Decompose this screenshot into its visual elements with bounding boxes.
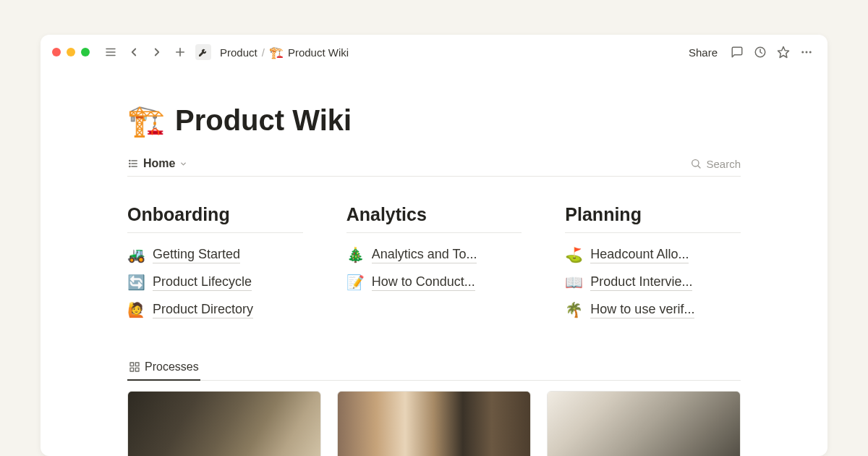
breadcrumb-parent[interactable]: Product	[220, 46, 258, 59]
page-link[interactable]: 🎄 Analytics and To...	[346, 246, 522, 263]
breadcrumb-current-emoji: 🏗️	[269, 46, 284, 59]
page-link[interactable]: 📝 How to Conduct...	[346, 274, 522, 291]
page-link-emoji: 📝	[346, 274, 365, 291]
page-link-label: Product Intervie...	[590, 274, 692, 291]
page-link-emoji: 🚜	[127, 246, 145, 263]
column-header: Analytics	[346, 204, 522, 233]
share-button[interactable]: Share	[683, 43, 723, 62]
page-link-label: Product Directory	[153, 302, 253, 318]
star-icon	[777, 46, 790, 59]
column-onboarding: Onboarding 🚜 Getting Started 🔄 Product L…	[127, 204, 303, 329]
svg-rect-20	[130, 368, 134, 371]
gallery	[127, 391, 741, 456]
window-close-button[interactable]	[52, 48, 61, 56]
column-analytics: Analytics 🎄 Analytics and To... 📝 How to…	[346, 204, 522, 329]
gallery-card[interactable]	[127, 391, 321, 456]
svg-point-14	[129, 163, 130, 164]
svg-point-8	[806, 51, 808, 54]
page-link[interactable]: ⛳ Headcount Allo...	[565, 246, 741, 263]
page-emoji[interactable]: 🏗️	[127, 106, 165, 136]
tab-label: Processes	[145, 360, 199, 373]
page-link-emoji: 📖	[565, 274, 583, 291]
wrench-icon	[197, 46, 209, 58]
page-link-label: How to use verif...	[590, 302, 694, 318]
page-link-label: Headcount Allo...	[590, 247, 689, 263]
app-window: Product / 🏗️ Product Wiki Share 🏗️ Produ…	[41, 35, 827, 456]
gallery-card[interactable]	[337, 391, 531, 456]
svg-rect-18	[130, 363, 134, 366]
gallery-tabs: Processes	[127, 355, 741, 381]
favorite-button[interactable]	[774, 43, 793, 62]
dots-horizontal-icon	[800, 46, 813, 59]
page-link[interactable]: 🌴 How to use verif...	[565, 301, 741, 318]
page-link-label: Analytics and To...	[372, 247, 477, 263]
svg-point-9	[809, 51, 812, 54]
page-link[interactable]: 🙋 Product Directory	[127, 301, 303, 318]
gallery-card-image	[128, 392, 320, 456]
chevron-right-icon	[150, 46, 163, 59]
traffic-lights	[52, 48, 90, 56]
svg-point-13	[129, 160, 130, 161]
nav-back-button[interactable]	[124, 43, 143, 62]
page-title-row: 🏗️ Product Wiki	[127, 104, 741, 137]
plus-icon	[174, 46, 187, 59]
gallery-card[interactable]	[547, 391, 741, 456]
comments-button[interactable]	[728, 43, 746, 62]
gallery-card-image	[338, 392, 530, 456]
more-button[interactable]	[797, 43, 816, 62]
search-icon	[690, 158, 702, 169]
topbar: Product / 🏗️ Product Wiki Share	[41, 35, 827, 69]
search-button[interactable]: Search	[690, 158, 741, 170]
page-link-emoji: ⛳	[565, 246, 583, 263]
svg-rect-21	[135, 368, 139, 371]
page-link-label: Product Lifecycle	[153, 274, 252, 291]
window-zoom-button[interactable]	[81, 48, 90, 56]
new-page-button[interactable]	[171, 43, 190, 62]
view-switch-label: Home	[143, 157, 175, 170]
page-link-emoji: 🌴	[565, 301, 583, 318]
page-link-label: Getting Started	[153, 247, 240, 263]
comment-icon	[731, 46, 744, 59]
view-switch[interactable]: Home	[127, 157, 187, 170]
sidebar-toggle-button[interactable]	[101, 43, 120, 62]
updates-button[interactable]	[751, 43, 770, 62]
window-minimize-button[interactable]	[67, 48, 75, 56]
hamburger-icon	[104, 46, 117, 59]
breadcrumb-parent-icon[interactable]	[195, 44, 211, 60]
view-switch-row: Home Search	[127, 157, 741, 177]
gallery-icon	[129, 361, 140, 373]
page-link-emoji: 🙋	[127, 301, 145, 318]
page-link-emoji: 🎄	[346, 246, 365, 263]
page-link[interactable]: 📖 Product Intervie...	[565, 274, 741, 291]
svg-point-15	[129, 166, 130, 166]
page-link[interactable]: 🔄 Product Lifecycle	[127, 274, 303, 291]
page-title[interactable]: Product Wiki	[175, 104, 352, 137]
svg-line-17	[698, 166, 700, 168]
column-header: Planning	[565, 204, 741, 233]
tab-processes[interactable]: Processes	[127, 355, 200, 381]
nav-forward-button[interactable]	[148, 43, 166, 62]
search-label: Search	[706, 158, 741, 170]
svg-rect-19	[135, 363, 139, 366]
svg-point-7	[801, 51, 804, 54]
columns: Onboarding 🚜 Getting Started 🔄 Product L…	[127, 204, 741, 329]
page-link-label: How to Conduct...	[372, 274, 475, 291]
list-icon	[127, 158, 139, 169]
gallery-card-image	[548, 392, 740, 456]
breadcrumb: Product / 🏗️ Product Wiki	[220, 46, 349, 59]
column-planning: Planning ⛳ Headcount Allo... 📖 Product I…	[565, 204, 741, 329]
chevron-left-icon	[127, 46, 140, 59]
breadcrumb-current[interactable]: Product Wiki	[288, 46, 349, 59]
column-header: Onboarding	[127, 204, 303, 233]
page-content: 🏗️ Product Wiki Home Search Onboarding 🚜…	[41, 69, 827, 456]
chevron-down-icon	[179, 160, 187, 168]
breadcrumb-separator: /	[262, 46, 265, 59]
clock-icon	[754, 46, 767, 59]
svg-marker-6	[778, 47, 789, 58]
page-link[interactable]: 🚜 Getting Started	[127, 246, 303, 263]
page-link-emoji: 🔄	[127, 274, 145, 291]
